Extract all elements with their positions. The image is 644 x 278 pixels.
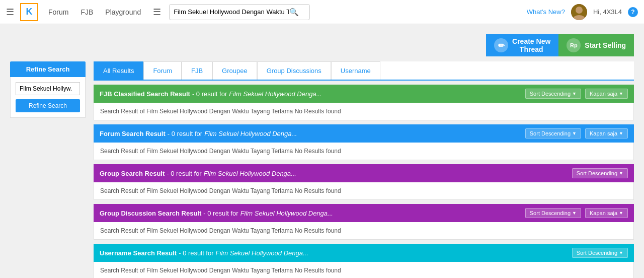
search-icon[interactable]: 🔍 — [289, 8, 299, 17]
fjb-time-arrow: ▼ — [619, 91, 623, 96]
forum-sort-arrow: ▼ — [572, 131, 577, 136]
nav-fjb[interactable]: FJB — [76, 8, 97, 16]
search-input[interactable] — [174, 8, 289, 16]
group-discussion-result-header: Group Discussion Search Result - 0 resul… — [94, 204, 634, 222]
fjb-body-text: Search Result of Film Sekuel Hollywood D… — [100, 108, 341, 115]
fjb-result-block: FJB Classified Search Result - 0 result … — [94, 85, 634, 120]
forum-header-right: Sort Descending ▼ Kapan saja ▼ — [525, 128, 628, 138]
gd-result-body: Search Result of Film Sekuel Hollywood D… — [94, 222, 634, 240]
svg-point-1 — [576, 7, 583, 14]
un-header-right: Sort Descending ▼ — [572, 248, 628, 258]
fjb-time-button[interactable]: Kapan saja ▼ — [585, 89, 628, 99]
sidebar-search-input[interactable] — [16, 82, 80, 95]
fjb-sort-arrow: ▼ — [572, 91, 577, 96]
tab-forum[interactable]: Forum — [143, 61, 182, 80]
create-label: Create New Thread — [512, 37, 550, 53]
group-result-block: Group Search Result - 0 result for Film … — [94, 164, 634, 200]
gd-header-left: Group Discussion Search Result - 0 resul… — [100, 210, 333, 217]
gd-time-label: Kapan saja — [590, 210, 617, 216]
create-icon: ✏ — [494, 38, 508, 52]
fjb-count-text: - 0 result for — [192, 90, 227, 98]
forum-result-body: Search Result of Film Sekuel Hollywood D… — [94, 143, 634, 160]
start-selling-button[interactable]: Rp Start Selling — [558, 34, 634, 56]
un-body-text: Search Result of Film Sekuel Hollywood D… — [100, 267, 341, 274]
tab-group-discussions[interactable]: Group Discussions — [257, 61, 331, 80]
forum-query: Film Sekuel Hollywood Denga... — [204, 130, 297, 137]
forum-time-arrow: ▼ — [619, 131, 623, 136]
forum-result-block: Forum Search Result - 0 result for Film … — [94, 124, 634, 160]
fjb-result-body: Search Result of Film Sekuel Hollywood D… — [94, 103, 634, 120]
un-sort-button[interactable]: Sort Descending ▼ — [572, 248, 628, 258]
gd-result-title: Group Discussion Search Result — [100, 210, 201, 217]
group-result-body: Search Result of Film Sekuel Hollywood D… — [94, 182, 634, 200]
nav-forum[interactable]: Forum — [44, 8, 72, 16]
sidebar: Refine Search Refine Search — [10, 61, 86, 278]
nav-playground[interactable]: Playground — [101, 8, 145, 16]
gd-time-button[interactable]: Kapan saja ▼ — [585, 208, 628, 218]
tabs-row: All Results Forum FJB Groupee Group Disc… — [94, 61, 634, 81]
refine-search-title: Refine Search — [10, 61, 86, 77]
forum-sort-button[interactable]: Sort Descending ▼ — [525, 128, 581, 138]
hi-user-label: Hi, 4X3L4 — [593, 8, 622, 16]
gd-sort-arrow: ▼ — [572, 211, 577, 216]
fjb-sort-button[interactable]: Sort Descending ▼ — [525, 89, 581, 99]
forum-header-left: Forum Search Result - 0 result for Film … — [100, 130, 297, 137]
main-content: Refine Search Refine Search All Results … — [0, 61, 644, 278]
group-result-header: Group Search Result - 0 result for Film … — [94, 164, 634, 182]
group-result-title: Group Search Result — [100, 170, 165, 177]
whats-new-link[interactable]: What's New? — [527, 8, 565, 16]
un-header-left: Username Search Result - 0 result for Fi… — [100, 249, 308, 257]
navbar-right: What's New? Hi, 4X3L4 ? — [527, 4, 638, 20]
fjb-header-left: FJB Classified Search Result - 0 result … — [100, 90, 322, 98]
avatar — [571, 4, 587, 20]
gd-query: Film Sekuel Hollywood Denga... — [240, 210, 333, 217]
gd-body-text: Search Result of Film Sekuel Hollywood D… — [100, 227, 341, 234]
fjb-result-header: FJB Classified Search Result - 0 result … — [94, 85, 634, 103]
un-count-text: - 0 result for — [179, 249, 213, 257]
group-sort-arrow: ▼ — [619, 171, 623, 176]
search-bar: 🔍 — [169, 4, 310, 20]
gd-time-arrow: ▼ — [619, 211, 623, 216]
forum-count-text: - 0 result for — [168, 130, 202, 137]
sell-icon: Rp — [567, 38, 581, 52]
logo[interactable]: K — [20, 3, 38, 21]
un-sort-label: Sort Descending — [577, 250, 617, 256]
group-query: Film Sekuel Hollywood Denga... — [204, 170, 296, 177]
sidebar-box: Refine Search — [10, 77, 86, 118]
forum-body-text: Search Result of Film Sekuel Hollywood D… — [100, 148, 341, 155]
group-sort-button[interactable]: Sort Descending ▼ — [572, 168, 628, 178]
un-result-title: Username Search Result — [100, 249, 177, 257]
sidebar-refine-button[interactable]: Refine Search — [16, 99, 80, 112]
tab-all-results[interactable]: All Results — [94, 61, 143, 80]
username-result-header: Username Search Result - 0 result for Fi… — [94, 244, 634, 262]
tab-username[interactable]: Username — [331, 61, 380, 80]
help-icon[interactable]: ? — [628, 7, 638, 17]
forum-result-title: Forum Search Result — [100, 130, 166, 137]
gd-sort-button[interactable]: Sort Descending ▼ — [525, 208, 581, 218]
username-result-block: Username Search Result - 0 result for Fi… — [94, 244, 634, 278]
create-new-thread-button[interactable]: ✏ Create New Thread — [486, 34, 558, 56]
group-discussion-result-block: Group Discussion Search Result - 0 resul… — [94, 204, 634, 240]
group-header-left: Group Search Result - 0 result for Film … — [100, 170, 296, 177]
fjb-header-right: Sort Descending ▼ Kapan saja ▼ — [525, 89, 628, 99]
results-area: All Results Forum FJB Groupee Group Disc… — [94, 61, 634, 278]
group-header-right: Sort Descending ▼ — [572, 168, 628, 178]
tab-fjb[interactable]: FJB — [182, 61, 212, 80]
fjb-result-title: FJB Classified Search Result — [100, 90, 190, 98]
fjb-time-label: Kapan saja — [590, 91, 617, 97]
forum-result-header: Forum Search Result - 0 result for Film … — [94, 124, 634, 143]
hamburger-icon[interactable]: ☰ — [6, 7, 14, 18]
forum-time-button[interactable]: Kapan saja ▼ — [585, 128, 628, 138]
sell-label: Start Selling — [585, 41, 626, 49]
gd-header-right: Sort Descending ▼ Kapan saja ▼ — [525, 208, 628, 218]
tab-groupee[interactable]: Groupee — [212, 61, 257, 80]
search-menu-icon[interactable]: ☰ — [153, 7, 161, 18]
group-count-text: - 0 result for — [167, 170, 201, 177]
fjb-query: Film Sekuel Hollywood Denga... — [229, 90, 321, 98]
forum-sort-label: Sort Descending — [530, 130, 571, 136]
fjb-sort-label: Sort Descending — [530, 91, 571, 97]
un-sort-arrow: ▼ — [619, 250, 623, 255]
group-sort-label: Sort Descending — [577, 170, 617, 176]
navbar: ☰ K Forum FJB Playground ☰ 🔍 What's New?… — [0, 0, 644, 24]
action-bar: ✏ Create New Thread Rp Start Selling — [0, 24, 644, 61]
